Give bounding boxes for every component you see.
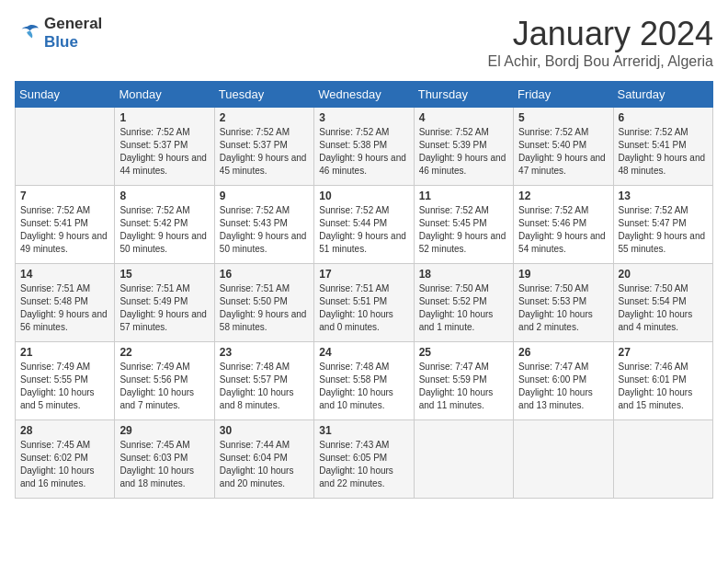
calendar-cell: 8Sunrise: 7:52 AMSunset: 5:42 PMDaylight… [115, 186, 214, 264]
calendar-body: 1Sunrise: 7:52 AMSunset: 5:37 PMDaylight… [16, 108, 713, 499]
calendar-week-2: 7Sunrise: 7:52 AMSunset: 5:41 PMDaylight… [16, 186, 713, 264]
calendar-cell: 14Sunrise: 7:51 AMSunset: 5:48 PMDayligh… [16, 264, 115, 342]
calendar-cell: 3Sunrise: 7:52 AMSunset: 5:38 PMDaylight… [314, 108, 414, 186]
calendar-cell: 30Sunrise: 7:44 AMSunset: 6:04 PMDayligh… [214, 420, 313, 499]
calendar-cell: 10Sunrise: 7:52 AMSunset: 5:44 PMDayligh… [314, 186, 414, 264]
day-info: Sunrise: 7:52 AMSunset: 5:45 PMDaylight:… [419, 204, 508, 256]
day-number: 3 [319, 111, 408, 124]
day-number: 31 [319, 424, 408, 437]
day-info: Sunrise: 7:45 AMSunset: 6:03 PMDaylight:… [119, 439, 209, 490]
calendar-cell: 4Sunrise: 7:52 AMSunset: 5:39 PMDaylight… [414, 108, 513, 186]
day-info: Sunrise: 7:44 AMSunset: 6:04 PMDaylight:… [220, 439, 309, 490]
calendar-cell: 11Sunrise: 7:52 AMSunset: 5:45 PMDayligh… [414, 186, 513, 264]
day-info: Sunrise: 7:52 AMSunset: 5:39 PMDaylight:… [419, 126, 508, 178]
calendar-week-4: 21Sunrise: 7:49 AMSunset: 5:55 PMDayligh… [16, 342, 713, 420]
day-info: Sunrise: 7:52 AMSunset: 5:42 PMDaylight:… [119, 204, 209, 256]
calendar-week-5: 28Sunrise: 7:45 AMSunset: 6:02 PMDayligh… [16, 420, 713, 499]
calendar-cell: 19Sunrise: 7:50 AMSunset: 5:53 PMDayligh… [514, 264, 613, 342]
weekday-tuesday: Tuesday [214, 82, 313, 108]
calendar-cell: 21Sunrise: 7:49 AMSunset: 5:55 PMDayligh… [16, 342, 115, 420]
calendar-cell: 25Sunrise: 7:47 AMSunset: 5:59 PMDayligh… [414, 342, 513, 420]
day-info: Sunrise: 7:48 AMSunset: 5:58 PMDaylight:… [319, 361, 408, 412]
day-info: Sunrise: 7:49 AMSunset: 5:55 PMDaylight:… [20, 361, 109, 412]
page-subtitle: El Achir, Bordj Bou Arreridj, Algeria [488, 53, 713, 70]
calendar-cell: 6Sunrise: 7:52 AMSunset: 5:41 PMDaylight… [613, 108, 712, 186]
day-number: 24 [319, 346, 408, 359]
day-info: Sunrise: 7:51 AMSunset: 5:50 PMDaylight:… [220, 282, 309, 334]
calendar-cell: 29Sunrise: 7:45 AMSunset: 6:03 PMDayligh… [115, 420, 214, 499]
day-info: Sunrise: 7:47 AMSunset: 5:59 PMDaylight:… [419, 361, 508, 412]
day-number: 22 [119, 346, 209, 359]
calendar-cell: 1Sunrise: 7:52 AMSunset: 5:37 PMDaylight… [115, 108, 214, 186]
day-number: 29 [119, 424, 209, 437]
day-number: 16 [220, 268, 309, 281]
calendar-cell: 22Sunrise: 7:49 AMSunset: 5:56 PMDayligh… [115, 342, 214, 420]
day-number: 17 [319, 268, 408, 281]
day-number: 15 [119, 268, 209, 281]
calendar-cell: 31Sunrise: 7:43 AMSunset: 6:05 PMDayligh… [314, 420, 414, 499]
day-number: 30 [220, 424, 309, 437]
day-info: Sunrise: 7:52 AMSunset: 5:40 PMDaylight:… [518, 126, 608, 178]
day-number: 4 [419, 111, 508, 124]
day-info: Sunrise: 7:50 AMSunset: 5:54 PMDaylight:… [619, 282, 708, 334]
day-info: Sunrise: 7:50 AMSunset: 5:52 PMDaylight:… [419, 282, 508, 334]
day-number: 11 [419, 190, 508, 202]
calendar-cell: 16Sunrise: 7:51 AMSunset: 5:50 PMDayligh… [214, 264, 313, 342]
calendar-cell: 5Sunrise: 7:52 AMSunset: 5:40 PMDaylight… [514, 108, 613, 186]
day-number: 14 [20, 268, 109, 281]
calendar-cell: 12Sunrise: 7:52 AMSunset: 5:46 PMDayligh… [514, 186, 613, 264]
calendar-cell: 23Sunrise: 7:48 AMSunset: 5:57 PMDayligh… [214, 342, 313, 420]
weekday-monday: Monday [115, 82, 214, 108]
logo-icon [15, 23, 40, 43]
day-info: Sunrise: 7:51 AMSunset: 5:48 PMDaylight:… [20, 282, 109, 334]
logo-text: General Blue [44, 15, 102, 52]
day-number: 20 [619, 268, 708, 281]
calendar-cell: 27Sunrise: 7:46 AMSunset: 6:01 PMDayligh… [613, 342, 712, 420]
day-info: Sunrise: 7:52 AMSunset: 5:37 PMDaylight:… [119, 126, 209, 178]
day-number: 7 [20, 190, 109, 202]
day-info: Sunrise: 7:48 AMSunset: 5:57 PMDaylight:… [220, 361, 309, 412]
weekday-thursday: Thursday [414, 82, 513, 108]
calendar-cell: 28Sunrise: 7:45 AMSunset: 6:02 PMDayligh… [16, 420, 115, 499]
day-number: 5 [518, 111, 608, 124]
day-number: 21 [20, 346, 109, 359]
day-info: Sunrise: 7:52 AMSunset: 5:38 PMDaylight:… [319, 126, 408, 178]
day-info: Sunrise: 7:52 AMSunset: 5:44 PMDaylight:… [319, 204, 408, 256]
weekday-wednesday: Wednesday [314, 82, 414, 108]
day-number: 6 [619, 111, 708, 124]
weekday-saturday: Saturday [613, 82, 712, 108]
day-number: 8 [119, 190, 209, 202]
calendar-cell: 9Sunrise: 7:52 AMSunset: 5:43 PMDaylight… [214, 186, 313, 264]
day-number: 13 [619, 190, 708, 202]
day-number: 12 [518, 190, 608, 202]
calendar-table: SundayMondayTuesdayWednesdayThursdayFrid… [15, 81, 713, 499]
day-number: 19 [518, 268, 608, 281]
calendar-cell: 24Sunrise: 7:48 AMSunset: 5:58 PMDayligh… [314, 342, 414, 420]
day-info: Sunrise: 7:52 AMSunset: 5:41 PMDaylight:… [619, 126, 708, 178]
calendar-cell: 2Sunrise: 7:52 AMSunset: 5:37 PMDaylight… [214, 108, 313, 186]
calendar-week-1: 1Sunrise: 7:52 AMSunset: 5:37 PMDaylight… [16, 108, 713, 186]
day-info: Sunrise: 7:52 AMSunset: 5:41 PMDaylight:… [20, 204, 109, 256]
page-title: January 2024 [488, 15, 713, 53]
day-number: 26 [518, 346, 608, 359]
day-info: Sunrise: 7:52 AMSunset: 5:46 PMDaylight:… [518, 204, 608, 256]
day-number: 2 [220, 111, 309, 124]
day-number: 10 [319, 190, 408, 202]
day-number: 27 [619, 346, 708, 359]
weekday-sunday: Sunday [16, 82, 115, 108]
day-info: Sunrise: 7:52 AMSunset: 5:47 PMDaylight:… [619, 204, 708, 256]
title-section: January 2024 El Achir, Bordj Bou Arrerid… [488, 15, 713, 70]
weekday-header-row: SundayMondayTuesdayWednesdayThursdayFrid… [16, 82, 713, 108]
calendar-cell [414, 420, 513, 499]
day-info: Sunrise: 7:52 AMSunset: 5:43 PMDaylight:… [220, 204, 309, 256]
day-info: Sunrise: 7:51 AMSunset: 5:49 PMDaylight:… [119, 282, 209, 334]
page-header: General Blue January 2024 El Achir, Bord… [15, 15, 713, 70]
day-number: 25 [419, 346, 508, 359]
calendar-cell: 17Sunrise: 7:51 AMSunset: 5:51 PMDayligh… [314, 264, 414, 342]
day-number: 1 [119, 111, 209, 124]
day-number: 23 [220, 346, 309, 359]
calendar-cell: 7Sunrise: 7:52 AMSunset: 5:41 PMDaylight… [16, 186, 115, 264]
calendar-cell: 13Sunrise: 7:52 AMSunset: 5:47 PMDayligh… [613, 186, 712, 264]
day-info: Sunrise: 7:50 AMSunset: 5:53 PMDaylight:… [518, 282, 608, 334]
day-info: Sunrise: 7:47 AMSunset: 6:00 PMDaylight:… [518, 361, 608, 412]
